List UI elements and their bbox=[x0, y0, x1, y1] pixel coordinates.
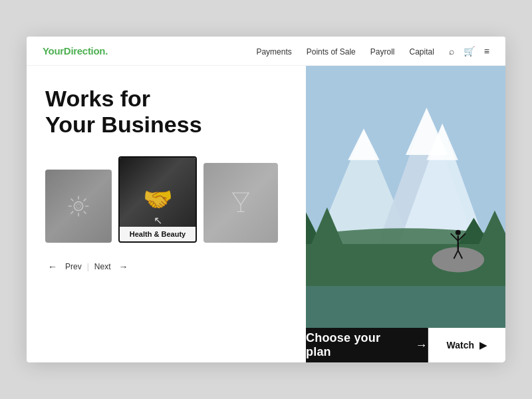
logo[interactable]: YourDirection. bbox=[43, 45, 108, 57]
slideshow-nav: ← Prev | Next → bbox=[45, 255, 287, 284]
category-label-beauty: Health & Beauty bbox=[120, 227, 196, 241]
navbar: YourDirection. Payments Points of Sale P… bbox=[27, 37, 505, 66]
svg-point-0 bbox=[74, 202, 82, 211]
nav-payments[interactable]: Payments bbox=[256, 47, 291, 57]
prev-label: Prev bbox=[65, 262, 82, 271]
separator: | bbox=[87, 262, 89, 271]
play-icon: ▶ bbox=[479, 340, 487, 350]
search-icon[interactable]: ⌕ bbox=[449, 46, 454, 57]
nav-icons: ⌕ 🛒 ≡ bbox=[449, 46, 489, 57]
next-button[interactable]: → bbox=[116, 260, 131, 273]
cta-bar: Choose your plan → Watch ▶ bbox=[306, 328, 505, 362]
choose-plan-text: Choose your plan bbox=[306, 331, 408, 359]
headline-line2: Your Business bbox=[45, 112, 202, 137]
main-content: Works for Your Business bbox=[27, 66, 505, 362]
cart-icon[interactable]: 🛒 bbox=[464, 46, 475, 57]
menu-icon[interactable]: ≡ bbox=[484, 46, 489, 57]
nav-capital[interactable]: Capital bbox=[409, 47, 434, 57]
headline: Works for Your Business bbox=[45, 86, 287, 138]
next-label: Next bbox=[94, 262, 111, 271]
prev-button[interactable]: ← bbox=[45, 260, 60, 273]
nav-pos[interactable]: Points of Sale bbox=[307, 47, 356, 57]
nav-links: Payments Points of Sale Payroll Capital bbox=[256, 45, 434, 57]
category-card-bar[interactable] bbox=[203, 163, 278, 243]
svg-marker-2 bbox=[233, 193, 249, 205]
logo-brand: Your bbox=[43, 45, 64, 57]
choose-plan-button[interactable]: Choose your plan → bbox=[306, 328, 428, 362]
watch-button[interactable]: Watch ▶ bbox=[428, 328, 505, 362]
headline-line1: Works for bbox=[45, 86, 150, 111]
choose-plan-arrow-icon: → bbox=[416, 338, 428, 352]
watch-text: Watch bbox=[447, 340, 474, 350]
category-card-beauty[interactable]: 🤝 Health & Beauty ↖ bbox=[118, 156, 197, 243]
svg-point-24 bbox=[456, 230, 461, 235]
category-card-gear[interactable] bbox=[45, 170, 112, 243]
logo-rest: Direction. bbox=[64, 45, 108, 57]
hero-image bbox=[306, 66, 505, 328]
main-card: YourDirection. Payments Points of Sale P… bbox=[27, 37, 505, 362]
cursor: ↖ bbox=[154, 214, 162, 227]
right-panel: Choose your plan → Watch ▶ bbox=[306, 66, 505, 362]
svg-point-1 bbox=[76, 204, 81, 209]
nav-payroll[interactable]: Payroll bbox=[370, 47, 395, 57]
left-panel: Works for Your Business bbox=[27, 66, 306, 362]
svg-rect-25 bbox=[306, 286, 505, 328]
category-cards: 🤝 Health & Beauty ↖ bbox=[45, 156, 287, 243]
